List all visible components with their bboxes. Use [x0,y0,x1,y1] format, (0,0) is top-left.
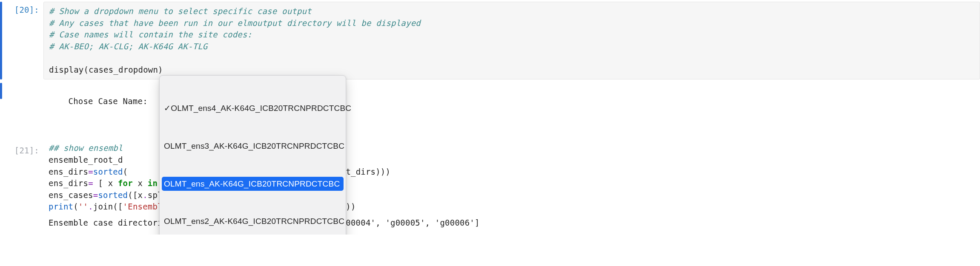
comment: # Case names will contain the site codes… [49,30,252,39]
input-prompt: [20]: [7,2,43,14]
builtin: print [49,202,73,211]
code-text: ens_cases [49,190,93,200]
cell-20: [20]: # Show a dropdown menu to select s… [0,2,980,79]
builtin: sorted [93,167,123,176]
output-prompt-spacer [7,216,43,220]
operator: . [143,190,148,200]
dropdown-option-highlighted[interactable]: OLMT_ens_AK-K64G_ICB20TRCNPRDCTCBC [162,177,344,191]
code-text: ([x [128,190,143,200]
dropdown-option[interactable]: ✓ OLMT_ens4_AK-K64G_ICB20TRCNPRDCTCBC [160,101,346,116]
code-text: ens_dirs [49,167,88,176]
code-input-cell-20[interactable]: # Show a dropdown menu to select specifi… [43,2,980,79]
dropdown-option-label: OLMT_ens2_AK-K64G_ICB20TRCNPRDCTCBC [164,215,344,227]
dropdown-option-label: OLMT_ens_AK-K64G_ICB20TRCNPRDCTCBC [164,178,340,190]
keyword: in [148,178,158,188]
cell-21-output-row: Ensemble case directories: ['g00001', 'g… [0,216,980,232]
dropdown-option-label: OLMT_ens3_AK-K64G_ICB20TRCNPRDCTCBC [164,140,344,152]
code-text: ([ [113,202,123,211]
string-literal: '' [78,202,88,211]
execution-indicator [0,83,2,99]
check-icon: ✓ [163,102,171,114]
dropdown-label: Chose Case Name: [69,96,153,106]
comment: # Show a dropdown menu to select specifi… [49,6,312,16]
code-text: [ x [98,178,118,188]
operator: = [88,178,93,188]
cell-20-output-row: Chose Case Name: ✓ OLMT_ens4_AK-K64G_ICB… [0,83,980,133]
operator: = [93,190,98,200]
code-text: ensemble_root_d [49,155,123,164]
operator: . [88,202,93,211]
output-prompt-spacer [7,83,43,86]
keyword: for [118,178,133,188]
dropdown-option[interactable]: OLMT_ens3_AK-K64G_ICB20TRCNPRDCTCBC [160,139,346,153]
cell-20-output: Chose Case Name: ✓ OLMT_ens4_AK-K64G_ICB… [43,83,980,133]
case-dropdown-menu[interactable]: ✓ OLMT_ens4_AK-K64G_ICB20TRCNPRDCTCBC OL… [159,75,346,235]
code-text: ( [123,167,128,176]
execution-indicator [0,2,2,79]
comment: ## show ensembl [49,143,123,153]
code-text: ens_dirs [49,178,88,188]
code-text: x [133,178,148,188]
code-text: ( [73,202,78,211]
dropdown-option-label: OLMT_ens4_AK-K64G_ICB20TRCNPRDCTCBC [171,102,351,114]
input-prompt: [21]: [7,142,43,155]
cell-21: [21]: ## show ensembl ensemble_root_d /"… [0,142,980,212]
operator: = [88,167,93,176]
dropdown-option[interactable]: OLMT_ens2_AK-K64G_ICB20TRCNPRDCTCBC [160,214,346,229]
comment: # Any cases that have been run in our el… [49,18,421,28]
code-line: display(cases_dropdown) [49,65,163,74]
code-text: join [93,202,113,211]
comment: # AK-BEO; AK-CLG; AK-K64G AK-TLG [49,42,207,51]
builtin: sorted [98,190,128,200]
